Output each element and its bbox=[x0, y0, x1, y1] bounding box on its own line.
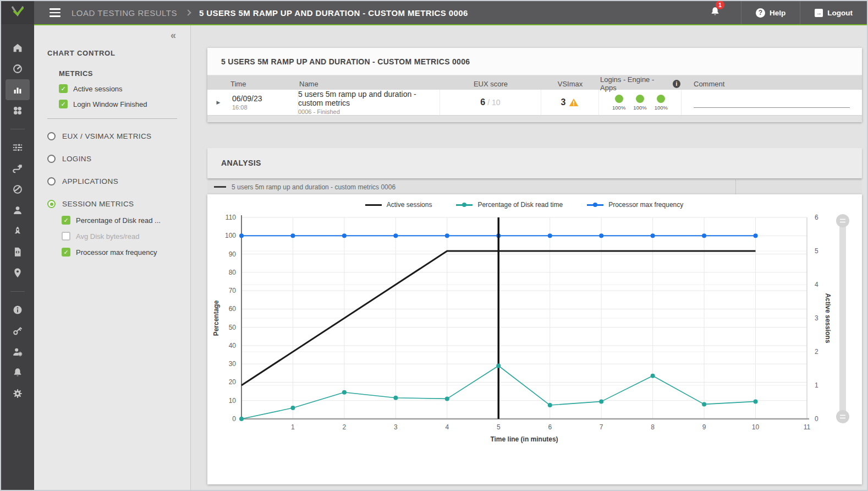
legend-swatch bbox=[456, 204, 473, 206]
results-panel-title: 5 USERS 5M RAMP UP AND DURATION - CUSTOM… bbox=[207, 48, 862, 75]
radio-logins[interactable]: LOGINS bbox=[47, 155, 190, 163]
checkbox-active-sessions[interactable]: ✓Active sessions bbox=[59, 84, 190, 93]
svg-text:100: 100 bbox=[225, 232, 236, 239]
metrics-section-label: METRICS bbox=[59, 69, 190, 78]
bell-icon[interactable] bbox=[6, 362, 30, 383]
row-logins-cell: 100%100%100% bbox=[599, 90, 682, 115]
series-swatch bbox=[214, 186, 226, 188]
checkbox-login-window-finished[interactable]: ✓Login Window Finished bbox=[59, 100, 190, 108]
status-percent: 100% bbox=[612, 105, 625, 111]
column-comment: Comment bbox=[682, 80, 862, 88]
row-name-cell: 5 users 5m ramp up and duration - custom… bbox=[298, 90, 440, 115]
checkbox-avg-disk-bytes-read[interactable]: Avg Disk bytes/read bbox=[62, 232, 190, 241]
radio-eux-vsimax-metrics[interactable]: EUX / VSIMAX METRICS bbox=[47, 132, 190, 140]
svg-text:7: 7 bbox=[600, 423, 603, 431]
svg-text:6: 6 bbox=[548, 423, 552, 431]
bar-chart-icon[interactable] bbox=[6, 79, 30, 100]
rail-divider bbox=[10, 129, 25, 129]
main-content: 5 USERS 5M RAMP UP AND DURATION - CUSTOM… bbox=[191, 25, 867, 490]
legend-item-active-sessions[interactable]: Active sessions bbox=[365, 201, 432, 209]
svg-text:90: 90 bbox=[229, 250, 237, 258]
svg-text:6: 6 bbox=[815, 214, 818, 221]
logout-button[interactable]: → Logout bbox=[800, 1, 867, 24]
logins-info-icon[interactable]: i bbox=[673, 80, 680, 88]
svg-text:10: 10 bbox=[752, 423, 760, 431]
analysis-chart-canvas: 0102030405060708090100110012345612345678… bbox=[207, 194, 862, 484]
checkbox-label: Avg Disk bytes/read bbox=[76, 232, 139, 241]
column-eux-score: EUX score bbox=[440, 80, 541, 88]
svg-text:3: 3 bbox=[815, 314, 818, 322]
status-percent: 100% bbox=[633, 105, 646, 111]
metric-checkbox-list: ✓Active sessions✓Login Window Finished bbox=[59, 84, 190, 108]
gauge-icon[interactable] bbox=[6, 58, 30, 79]
series-selector-label: 5 users 5m ramp up and duration - custom… bbox=[232, 183, 395, 191]
plug-icon[interactable] bbox=[6, 158, 30, 179]
row-time-cell: 06/09/23 16:08 bbox=[229, 90, 298, 115]
location-pin-icon[interactable] bbox=[6, 263, 30, 283]
checkbox-label: Login Window Finished bbox=[73, 100, 147, 108]
checkbox-checked-icon: ✓ bbox=[62, 248, 70, 257]
status-percent: 100% bbox=[655, 105, 668, 111]
help-button[interactable]: ? Help bbox=[741, 1, 800, 24]
user-icon[interactable] bbox=[6, 200, 30, 221]
svg-text:8: 8 bbox=[651, 423, 655, 431]
checkbox-processor-max-frequency[interactable]: ✓Processor max frequency bbox=[62, 248, 190, 257]
tune-icon[interactable] bbox=[6, 137, 30, 158]
svg-text:11: 11 bbox=[804, 423, 811, 431]
globe-icon[interactable] bbox=[6, 179, 30, 200]
y-axis-left-label: Percentage bbox=[212, 300, 220, 336]
apps-icon[interactable] bbox=[6, 100, 30, 121]
svg-text:110: 110 bbox=[226, 214, 236, 221]
help-icon: ? bbox=[756, 8, 765, 18]
metric-group-list: EUX / VSIMAX METRICSLOGINSAPPLICATIONSSE… bbox=[47, 132, 190, 208]
radio-applications[interactable]: APPLICATIONS bbox=[47, 177, 190, 186]
home-icon[interactable] bbox=[6, 37, 30, 58]
notifications-button[interactable]: 1 bbox=[698, 5, 741, 20]
collapse-panel-icon[interactable]: « bbox=[34, 25, 190, 41]
login-status: 100% bbox=[633, 95, 646, 111]
breadcrumb[interactable]: LOAD TESTING RESULTS bbox=[72, 8, 177, 18]
series-selector-item[interactable]: 5 users 5m ramp up and duration - custom… bbox=[207, 183, 395, 191]
legend-label: Active sessions bbox=[387, 201, 432, 209]
rocket-icon[interactable] bbox=[6, 221, 30, 242]
rail-divider bbox=[10, 291, 25, 292]
svg-text:70: 70 bbox=[229, 287, 237, 294]
checkbox-percentage-of-disk-read[interactable]: ✓Percentage of Disk read ... bbox=[62, 216, 190, 225]
svg-text:1: 1 bbox=[815, 381, 818, 389]
column-name: Name bbox=[298, 80, 440, 88]
hamburger-menu-icon[interactable] bbox=[50, 8, 61, 17]
svg-text:9: 9 bbox=[702, 423, 706, 431]
legend-label: Processor max frequency bbox=[608, 201, 683, 209]
user-settings-icon[interactable] bbox=[6, 341, 30, 362]
svg-text:3: 3 bbox=[394, 423, 398, 431]
results-panel: 5 USERS 5M RAMP UP AND DURATION - CUSTOM… bbox=[207, 48, 862, 122]
code-file-icon[interactable] bbox=[6, 242, 30, 263]
y-axis-right-label: Active sessions bbox=[824, 293, 832, 343]
legend-item-processor-max-frequency[interactable]: Processor max frequency bbox=[587, 201, 683, 209]
info-icon[interactable] bbox=[6, 299, 30, 320]
legend-item-percentage-of-disk-read-time[interactable]: Percentage of Disk read time bbox=[456, 201, 563, 209]
radio-session-metrics[interactable]: SESSION METRICS bbox=[47, 200, 190, 208]
chart-control-panel: « CHART CONTROL METRICS ✓Active sessions… bbox=[34, 25, 191, 490]
radio-icon bbox=[47, 177, 56, 186]
key-icon[interactable] bbox=[6, 320, 30, 341]
table-row[interactable]: ▶ 06/09/23 16:08 5 users 5m ramp up and … bbox=[207, 90, 862, 115]
gear-icon[interactable] bbox=[6, 383, 30, 404]
svg-text:20: 20 bbox=[229, 378, 237, 386]
svg-text:10: 10 bbox=[229, 397, 237, 405]
svg-text:4: 4 bbox=[815, 281, 818, 288]
checkbox-label: Percentage of Disk read ... bbox=[76, 216, 161, 225]
svg-text:0: 0 bbox=[232, 415, 236, 423]
app-logo[interactable] bbox=[1, 1, 34, 24]
breadcrumb-chevron-icon bbox=[185, 9, 191, 15]
svg-text:50: 50 bbox=[229, 324, 237, 331]
active-sessions-range-slider[interactable] bbox=[836, 214, 849, 423]
legend-swatch bbox=[365, 204, 382, 206]
section-divider bbox=[47, 118, 177, 119]
status-dot-green bbox=[657, 95, 665, 103]
checkbox-checked-icon: ✓ bbox=[59, 84, 68, 93]
comment-field[interactable] bbox=[694, 107, 850, 108]
radio-label: EUX / VSIMAX METRICS bbox=[62, 132, 152, 140]
expand-row-icon[interactable]: ▶ bbox=[207, 90, 229, 115]
logout-icon: → bbox=[815, 9, 823, 17]
